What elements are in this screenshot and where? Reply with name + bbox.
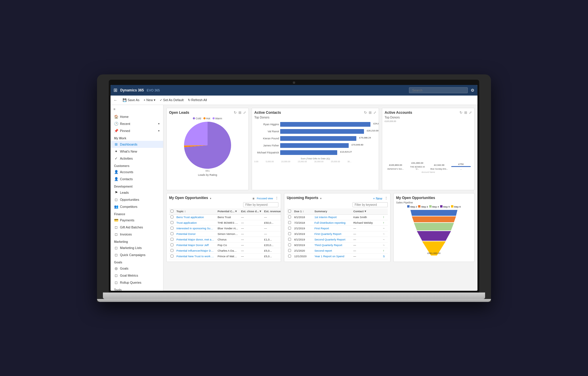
table-row[interactable]: 6/1/2018 1st Interim Report Kate Smith ↑ [287,214,388,220]
sidebar-item-invoices[interactable]: ◻ Invoices [111,231,163,238]
sidebar-item-goals[interactable]: ◎ Goals [111,265,163,272]
refresh2-icon[interactable]: ↻ [364,111,367,115]
legend-step3: Step 3 [418,205,428,208]
bar-chart-horizontal: Ryan Higgins £24,839.53 Val Ra [254,122,376,155]
reports-filter-row [287,202,388,207]
col-contact[interactable]: Contact ▾ [352,208,382,215]
sidebar-item-opportunities[interactable]: ◻ Opportunities [111,196,163,203]
table-row[interactable]: 2/1/2020 Second report --- ↑ [287,248,388,253]
bar-col-label-3: Blue Sunday Arts... [430,168,448,170]
set-default-button[interactable]: ✓ Set As Default [160,98,184,102]
sidebar-item-competitors[interactable]: 👥 Competitors [111,203,163,210]
expand3-icon[interactable]: ⤢ [469,111,472,115]
row-checkbox[interactable] [169,220,175,225]
grid2-icon[interactable]: ⊞ [369,111,372,115]
sidebar-item-dashboards[interactable]: ⊞ Dashboards [111,141,163,148]
row-checkbox[interactable] [287,225,293,231]
new-report-button[interactable]: + New [373,197,382,200]
expand-icon[interactable]: ⤢ [243,111,246,115]
table-row[interactable]: Potential Major Donor Jeff Pop Co --- £2… [169,242,281,248]
row-checkbox[interactable] [287,253,293,259]
sidebar-item-pinned[interactable]: 📌 Pinned ▾ [111,127,163,134]
refresh-icon[interactable]: ↻ [234,111,237,115]
row-checkbox[interactable] [169,248,175,253]
waffle-icon[interactable]: ⊞ [113,87,117,93]
table-row[interactable]: 12/1/2020 Year 1 Report on Spend --- S [287,253,388,259]
row-checkbox[interactable] [169,231,175,237]
table-row[interactable]: Potential Influencer/Major Donor Charles… [169,248,281,253]
row-checkbox[interactable] [169,237,175,242]
contacts-subtitle: Top Donors [254,116,376,119]
refresh-button[interactable]: ↻ Refresh All [188,98,207,102]
table-row[interactable]: 2/1/2019 First Report --- ~ [287,225,388,231]
sidebar-item-giftaid[interactable]: ◻ Gift Aid Batches [111,224,163,231]
row-checkbox[interactable] [287,214,293,220]
reports-controls: + New ⋮ [373,196,388,200]
reports-dropdown[interactable]: ▾ [320,197,322,200]
opp-col-revenue[interactable]: Est. revenue [263,208,281,215]
leads-subtitle: Leads by Rating [198,173,217,176]
table-row[interactable]: Potential New Trust to work with Prince … [169,253,281,259]
refresh3-icon[interactable]: ↻ [460,111,462,115]
table-row[interactable]: Trust application THE BOWES MI... --- £5… [169,220,281,225]
row-checkbox[interactable] [287,237,293,242]
grid3-icon[interactable]: ⊞ [464,111,467,115]
table-row[interactable]: 7/2/2018 Full Distribution reporting Ric… [287,220,388,225]
reports-title-area: Upcoming Reports ▾ [287,196,321,201]
sidebar-item-leads[interactable]: ⚑ Leads [111,189,163,196]
opp-dropdown[interactable]: ▾ [210,197,211,200]
sidebar-item-rollup[interactable]: ◻ Rollup Queries [111,279,163,286]
sidebar-item-goalmetrics[interactable]: ◻ Goal Metrics [111,272,163,279]
row-checkbox[interactable] [169,214,175,220]
sidebar-item-whatsnew[interactable]: ✦ What's New [111,148,163,155]
sidebar-item-contacts[interactable]: 👤 Contacts [111,176,163,183]
row-checkbox[interactable] [169,225,175,231]
sidebar-item-home[interactable]: 🏠 Home [111,113,163,120]
opp-more-icon[interactable]: ⋮ [275,196,278,200]
table-row[interactable]: 9/2/2019 Third Quarterly Report --- ~ [287,242,388,248]
table-row[interactable]: Interested in sponsoring Summer Event Bl… [169,225,281,231]
focused-view-label[interactable]: Focused view [257,197,273,200]
reports-more-icon[interactable]: ⋮ [385,196,388,200]
new-button[interactable]: + New ▾ [143,98,156,102]
warm-dot [213,117,215,119]
row-revenue: --- [263,225,281,231]
sidebar-item-accounts[interactable]: 👤 Accounts [111,168,163,176]
global-search-input[interactable] [409,87,468,93]
row-checkbox[interactable] [169,242,175,248]
opp-col-contact[interactable]: Potential C... ▾ [216,208,240,215]
sidebar-item-payments[interactable]: 💳 Payments [111,217,163,224]
back-button[interactable]: ← [113,98,117,102]
row-checkbox[interactable] [287,242,293,248]
sidebar-item-recent[interactable]: 🕐 Recent ▾ [111,120,163,127]
sidebar-item-quickcampaigns[interactable]: ◻ Quick Campaigns [111,251,163,258]
table-row[interactable]: Potential Major donor, met at the summer… [169,237,281,242]
sidebar-toggle[interactable]: ≡ [111,105,163,113]
sidebar-item-marketinglists[interactable]: ◻ Marketing Lists [111,244,163,251]
row-checkbox[interactable] [287,220,293,225]
reports-select-all[interactable] [288,210,291,213]
quickcampaigns-icon: ◻ [114,253,118,257]
row-checkbox[interactable] [287,248,293,253]
sidebar-item-activities[interactable]: ✓ Activities [111,155,163,162]
col-summary[interactable]: Summary [313,208,352,215]
save-as-button[interactable]: 💾 Save As [123,98,139,102]
opp-col-topic[interactable]: Topic ↕ [175,208,216,215]
grid-icon[interactable]: ⊞ [238,111,241,115]
reports-filter-input[interactable] [353,202,388,207]
table-row[interactable]: Bens Trust application Bens Trust --- --… [169,214,281,220]
table-row[interactable]: 6/1/2019 Second Quarterly Report --- ~ [287,237,388,242]
row-checkbox[interactable] [169,253,175,259]
row-revenue: £1,0... [263,237,281,242]
table-row[interactable]: Potential Donor Simon Vernon,... --- --- [169,231,281,237]
table-row[interactable]: 3/1/2019 First Quarterly Report --- ~ [287,231,388,237]
opp-filter-input[interactable] [243,202,278,207]
opp-col-date[interactable]: Est. close d... ▾ [240,208,263,215]
list-view-icon[interactable]: ≡ [253,197,254,200]
opp-select-all[interactable] [171,210,173,213]
expand2-icon[interactable]: ⤢ [373,111,376,115]
opp-view-controls: ≡ Focused view ⋮ [253,196,278,200]
settings-icon[interactable]: ⚙ [471,88,475,93]
col-due[interactable]: Due 1 ↕ [293,208,313,215]
row-checkbox[interactable] [287,231,293,237]
